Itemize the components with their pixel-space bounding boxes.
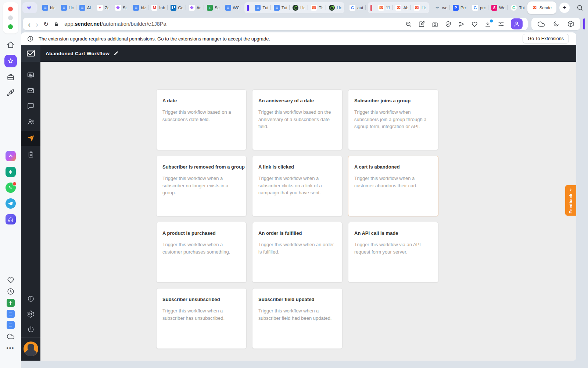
browser-tab[interactable]: We <box>488 2 508 13</box>
go-to-extensions-button[interactable]: Go To Extensions <box>523 34 569 43</box>
campaigns-mail-icon[interactable] <box>27 87 35 95</box>
chatgpt-app-icon[interactable] <box>6 167 16 177</box>
trigger-card[interactable]: An anniversary of a date Trigger this wo… <box>252 89 343 150</box>
tab-favicon <box>133 5 139 11</box>
settings-gear-icon[interactable] <box>27 310 35 318</box>
tab-label: Tut <box>519 6 524 10</box>
edit-title-pencil-icon[interactable] <box>113 51 119 56</box>
trigger-card[interactable]: Subscriber unsubscribed Trigger this wor… <box>156 288 247 349</box>
forward-icon[interactable]: › <box>36 20 38 28</box>
rocket-icon[interactable] <box>6 89 15 97</box>
browser-tab[interactable] <box>368 2 376 13</box>
browser-tab[interactable]: pro <box>469 2 488 13</box>
browser-tab[interactable]: Inb <box>148 2 167 13</box>
profile-button[interactable] <box>511 18 523 29</box>
docs-app-icon[interactable] <box>7 321 15 329</box>
tab-label: Sender <box>539 6 552 10</box>
browser-tab[interactable]: Ho <box>290 2 308 13</box>
briefcase-icon[interactable] <box>7 73 15 81</box>
browser-tab[interactable]: Pro <box>450 2 469 13</box>
browser-tab[interactable]: biz <box>130 2 148 13</box>
forms-icon[interactable] <box>27 151 35 158</box>
logout-power-icon[interactable] <box>27 326 35 333</box>
browser-tab[interactable]: blo <box>39 2 58 13</box>
browser-tab[interactable]: All <box>76 2 94 13</box>
more-options-icon[interactable]: ••• <box>7 345 15 351</box>
dashboard-icon[interactable] <box>27 71 35 79</box>
browser-tab[interactable]: Th <box>308 2 326 13</box>
automation-icon[interactable] <box>21 131 40 146</box>
compose-icon[interactable] <box>418 21 425 28</box>
history-clock-icon[interactable] <box>7 287 15 296</box>
zoom-out-icon[interactable] <box>405 21 412 28</box>
trigger-card[interactable]: An API call is made Trigger this workflo… <box>348 222 438 283</box>
browser-tab[interactable]: Ho <box>326 2 344 13</box>
send-icon[interactable] <box>458 21 465 28</box>
lock-icon[interactable] <box>54 21 59 27</box>
browser-tab[interactable]: Ho <box>411 2 429 13</box>
trigger-card[interactable]: Subscriber is removed from a group Trigg… <box>156 156 247 216</box>
browser-tab[interactable]: we <box>431 2 450 13</box>
browser-tab[interactable] <box>22 2 37 13</box>
camera-icon[interactable] <box>431 21 438 28</box>
trigger-card[interactable]: A date Trigger this workflow based on a … <box>156 89 247 150</box>
browser-tab[interactable]: 11 <box>375 2 392 13</box>
moon-extension-icon[interactable] <box>552 20 560 28</box>
browser-tab[interactable] <box>244 2 252 13</box>
browser-tab[interactable]: Zo <box>94 2 112 13</box>
shield-check-icon[interactable] <box>445 21 452 28</box>
reload-icon[interactable]: ↻ <box>43 21 49 27</box>
whatsapp-app-icon[interactable] <box>6 183 16 193</box>
info-icon[interactable] <box>27 295 35 302</box>
browser-tab[interactable]: Tut <box>508 2 527 13</box>
browser-tab[interactable]: An <box>186 2 204 13</box>
browser-tab[interactable]: Tut <box>252 2 270 13</box>
feedback-tab[interactable]: Feedback <box>565 185 576 216</box>
trigger-card[interactable]: A link is clicked Trigger this workflow … <box>252 156 343 216</box>
sheets-app-icon[interactable] <box>7 299 15 307</box>
tab-label: Th <box>319 6 323 10</box>
browser-tab[interactable]: Sender <box>527 1 556 14</box>
cloud-icon[interactable] <box>7 332 15 340</box>
new-tab-button[interactable]: + <box>559 3 570 13</box>
docs-app-icon[interactable] <box>7 310 15 318</box>
browser-tab[interactable]: Su <box>112 2 130 13</box>
trigger-card[interactable]: An order is fulfilled Trigger this workf… <box>252 222 343 283</box>
trigger-card[interactable]: Subscriber joins a group Trigger this wo… <box>348 89 438 150</box>
chat-icon[interactable] <box>27 102 35 110</box>
minimize-window-button[interactable] <box>8 15 13 20</box>
cloud-extension-icon[interactable] <box>537 20 545 28</box>
trigger-card-description: Trigger this workflow based on a subscri… <box>162 109 240 123</box>
maximize-window-button[interactable] <box>8 24 13 29</box>
subscribers-icon[interactable] <box>27 118 35 126</box>
sliders-icon[interactable] <box>498 21 505 28</box>
tab-search-icon[interactable] <box>576 4 584 11</box>
browser-tab[interactable]: WC <box>222 2 242 13</box>
browser-tab[interactable]: Tut <box>271 2 290 13</box>
user-avatar[interactable] <box>24 342 38 356</box>
browser-tab[interactable]: aut <box>347 2 365 13</box>
home-icon[interactable] <box>7 41 15 49</box>
scroll-indicator[interactable] <box>583 18 585 29</box>
telegram-app-icon[interactable] <box>6 198 16 209</box>
browser-tab[interactable]: Co <box>168 2 186 13</box>
browser-tab[interactable]: Ab <box>392 2 410 13</box>
sender-logo[interactable] <box>21 45 40 62</box>
url-text[interactable]: app.sender.net/automation/builder/e1J8Pa <box>64 21 400 27</box>
close-window-button[interactable] <box>8 7 13 11</box>
favorites-star-icon[interactable] <box>4 55 17 67</box>
back-icon[interactable]: ‹ <box>28 20 31 28</box>
cube-extension-icon[interactable] <box>567 20 574 28</box>
arc-app-icon[interactable] <box>6 151 16 161</box>
trigger-card[interactable]: A cart is abandoned Trigger this workflo… <box>348 156 438 216</box>
browser-toolbar: ‹ › ↻ app.sender.net/automation/builder/… <box>21 15 588 32</box>
download-icon[interactable] <box>484 21 491 28</box>
heart-icon[interactable] <box>471 21 478 28</box>
trigger-card[interactable]: Subscriber field updated Trigger this wo… <box>252 288 343 349</box>
trigger-card[interactable]: A product is purchased Trigger this work… <box>156 222 247 283</box>
browser-tab[interactable]: Se <box>204 2 222 13</box>
headphones-app-icon[interactable] <box>6 214 16 224</box>
heart-icon[interactable] <box>7 276 15 284</box>
address-bar[interactable]: ‹ › ↻ app.sender.net/automation/builder/… <box>23 18 528 30</box>
browser-tab[interactable]: Ho <box>58 2 76 13</box>
